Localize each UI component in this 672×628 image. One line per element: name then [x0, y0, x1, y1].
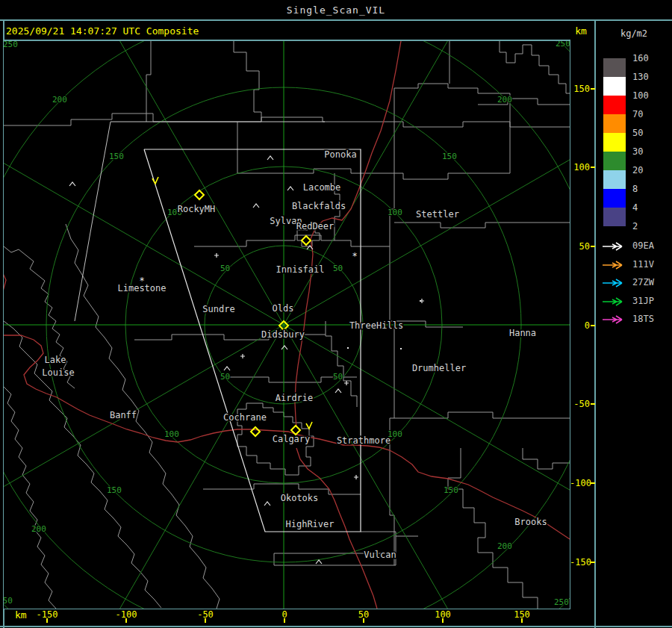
city-label: RockyMH [178, 204, 216, 214]
color-scale-value: 130 [632, 72, 662, 82]
city-label: Lake [45, 355, 66, 365]
town-cross-marker [354, 475, 358, 479]
city-label: Ponoka [324, 149, 356, 160]
ring-distance-label: 100 [164, 429, 179, 439]
track-arrow-icon [602, 314, 627, 328]
right-axis-tick-mark [591, 482, 595, 484]
bottom-axis-tick-mark [205, 618, 206, 623]
color-scale-block [603, 58, 626, 77]
panel-divider [594, 19, 596, 628]
city-label: Airdrie [276, 393, 314, 403]
ring-distance-label: 50 [333, 372, 343, 382]
right-axis-tick-mark [591, 167, 595, 168]
ring-distance-label: 150 [442, 152, 457, 161]
mountain-boundary [4, 387, 56, 609]
map-canvas[interactable]: 5050505010010010010015015015015020020020… [4, 41, 570, 609]
bottom-axis-tick-mark [363, 618, 364, 623]
check-marker [306, 422, 312, 429]
city-label: Olds [273, 303, 294, 314]
right-axis-tick-label: 50 [570, 241, 590, 252]
right-axis-tick-mark [591, 246, 595, 247]
track-arrow-icon [602, 259, 627, 273]
county-boundary [523, 448, 570, 469]
color-scale-block [603, 152, 626, 170]
peak-marker [335, 389, 341, 393]
county-boundary [146, 41, 151, 122]
radar-site-marker [251, 427, 260, 436]
city-label: Blackfalds [292, 201, 346, 211]
town-cross-marker [344, 381, 349, 385]
bottom-axis-tick-mark [521, 618, 523, 623]
right-axis-tick-mark [591, 562, 595, 563]
city-label: Strathmore [337, 435, 391, 446]
peak-marker [287, 187, 293, 190]
city-label: Banff [110, 410, 137, 420]
color-scale-block [603, 77, 626, 96]
peak-marker [264, 502, 270, 506]
radar-site-marker [195, 190, 204, 199]
city-label: Sundre [202, 304, 234, 314]
right-axis-tick-mark [591, 403, 595, 405]
ring-distance-label: 150 [109, 152, 124, 161]
city-label: Calgary [273, 434, 311, 444]
peak-marker [69, 182, 75, 186]
city-label: HighRiver [285, 519, 334, 529]
mountain-boundary [4, 321, 161, 608]
color-scale-value: 50 [632, 128, 662, 138]
city-label: Drumheller [412, 363, 466, 373]
title-bar: Single_Scan_VIL [0, 0, 672, 19]
track-id-label: 31JP [632, 296, 667, 306]
city-label: Limestone [117, 283, 166, 293]
color-scale-value: 100 [632, 90, 662, 101]
color-scale-block [603, 170, 626, 189]
color-scale-block [603, 114, 626, 133]
ring-distance-label: 200 [497, 95, 512, 105]
peak-marker [281, 346, 287, 349]
titlebar-divider [0, 19, 672, 21]
county-boundary [478, 99, 570, 105]
peak-marker [267, 156, 273, 160]
track-id-label: 27ZW [632, 277, 667, 287]
city-label: Didsbury [261, 329, 305, 340]
city-label: Hanna [509, 328, 536, 338]
highway-line [295, 41, 401, 427]
peak-marker [224, 367, 230, 370]
legend-unit-label: kg/m2 [597, 28, 671, 39]
bottom-axis-tick-mark [442, 618, 444, 623]
right-axis-tick-label: -100 [570, 478, 590, 488]
right-axis-tick-label: -150 [570, 557, 590, 568]
ring-distance-label: 50 [220, 264, 230, 273]
county-boundary [448, 448, 538, 609]
color-scale-block [603, 133, 626, 152]
city-label: Stettler [416, 209, 459, 220]
window-title: Single_Scan_VIL [0, 4, 672, 16]
city-label: RedDeer [296, 221, 335, 231]
radar-app-window: Single_Scan_VIL 2025/09/21 14:07:27 UTC … [0, 0, 672, 628]
county-boundary [361, 532, 418, 536]
right-axis-tick-mark [591, 88, 595, 90]
track-arrow-icon [602, 296, 627, 310]
axis-unit-top-right: km [570, 25, 592, 37]
right-axis-tick-label: -50 [570, 399, 590, 409]
color-scale-value: 2 [632, 221, 662, 231]
bottom-axis-tick-mark [125, 618, 127, 623]
county-boundary [237, 169, 510, 179]
city-label: Louise [42, 367, 74, 378]
color-scale-block [603, 189, 626, 208]
county-boundary [234, 41, 261, 122]
town-cross-marker [214, 253, 219, 258]
ring-distance-label: 200 [52, 95, 67, 105]
peak-marker [316, 560, 322, 564]
color-scale-block [603, 208, 626, 226]
highway-line [4, 270, 6, 291]
county-boundary [4, 114, 570, 127]
county-boundary [394, 223, 570, 228]
color-scale-value: 30 [632, 146, 662, 157]
ring-distance-label: 250 [556, 41, 570, 49]
city-label: Cochrane [223, 412, 267, 423]
city-label: Brooks [514, 517, 547, 527]
ring-distance-label: 50 [220, 372, 230, 382]
radar-site-marker [302, 236, 311, 245]
right-axis-tick-mark [591, 325, 595, 326]
ring-distance-label: 200 [31, 524, 46, 534]
